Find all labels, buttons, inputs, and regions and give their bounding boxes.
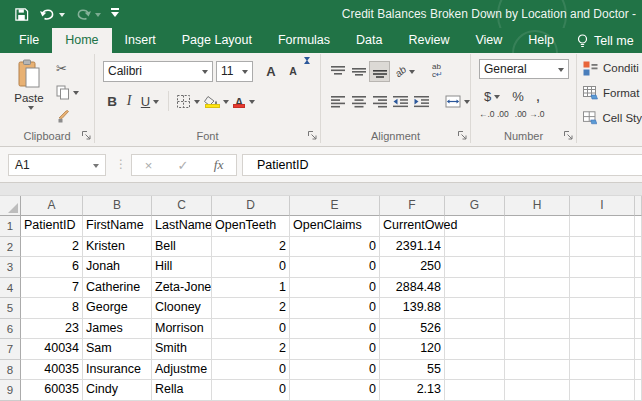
cell-E7[interactable]: 0	[290, 339, 380, 360]
cell-partial-8[interactable]	[635, 360, 642, 381]
cell-F8[interactable]: 55	[380, 360, 445, 381]
tab-review[interactable]: Review	[395, 28, 462, 53]
cell-B1[interactable]: FirstName	[83, 216, 152, 237]
fill-color-dropdown-arrow[interactable]	[223, 100, 229, 107]
cell-G2[interactable]	[445, 237, 505, 258]
decrease-font-size-button[interactable]: A	[282, 60, 304, 82]
cell-B5[interactable]: George	[83, 298, 152, 319]
cell-F6[interactable]: 526	[380, 319, 445, 340]
cell-E5[interactable]: 0	[290, 298, 380, 319]
bottom-align-button[interactable]	[369, 61, 390, 82]
copy-button[interactable]	[56, 84, 79, 100]
cell-D1[interactable]: OpenTeeth	[212, 216, 290, 237]
cell-E4[interactable]: 0	[290, 278, 380, 299]
cell-C9[interactable]: Rella	[152, 380, 212, 401]
row-header-6[interactable]: 6	[0, 319, 21, 340]
comma-style-button[interactable]: ,	[531, 85, 545, 107]
cell-A4[interactable]: 7	[21, 278, 83, 299]
font-size-combobox[interactable]: 11	[216, 61, 253, 82]
cell-C7[interactable]: Smith	[152, 339, 212, 360]
cell-D3[interactable]: 0	[212, 257, 290, 278]
row-header-2[interactable]: 2	[0, 237, 21, 258]
top-align-button[interactable]	[327, 61, 348, 82]
cell-C2[interactable]: Bell	[152, 237, 212, 258]
cell-B7[interactable]: Sam	[83, 339, 152, 360]
column-header-B[interactable]: B	[83, 196, 152, 216]
middle-align-button[interactable]	[348, 61, 369, 82]
tab-view[interactable]: View	[462, 28, 515, 53]
cell-A8[interactable]: 40035	[21, 360, 83, 381]
tab-formulas[interactable]: Formulas	[265, 28, 343, 53]
tab-file[interactable]: File	[6, 28, 52, 53]
cell-G3[interactable]	[445, 257, 505, 278]
increase-font-size-button[interactable]: A	[260, 60, 282, 82]
font-name-combobox[interactable]: Calibri	[103, 61, 213, 82]
cell-A2[interactable]: 2	[21, 237, 83, 258]
cell-G6[interactable]	[445, 319, 505, 340]
cell-I1[interactable]	[570, 216, 635, 237]
cell-C5[interactable]: Clooney	[152, 298, 212, 319]
redo-button[interactable]	[75, 4, 101, 24]
customize-qat-button[interactable]	[111, 4, 119, 24]
cell-B8[interactable]: Insurance	[83, 360, 152, 381]
cell-H8[interactable]	[505, 360, 570, 381]
column-header-A[interactable]: A	[21, 196, 83, 216]
cell-I3[interactable]	[570, 257, 635, 278]
cell-D6[interactable]: 0	[212, 319, 290, 340]
increase-indent-button[interactable]	[411, 91, 432, 112]
cell-partial-5[interactable]	[635, 298, 642, 319]
merge-center-dropdown-arrow[interactable]	[464, 100, 470, 107]
tab-data[interactable]: Data	[343, 28, 395, 53]
borders-button[interactable]	[174, 90, 201, 112]
cell-A1[interactable]: PatientID	[21, 216, 83, 237]
column-header-I[interactable]: I	[570, 196, 635, 216]
cancel-button[interactable]: ×	[145, 158, 153, 173]
cell-A3[interactable]: 6	[21, 257, 83, 278]
undo-dropdown-arrow[interactable]	[59, 13, 65, 20]
cell-H1[interactable]	[505, 216, 570, 237]
cell-E6[interactable]: 0	[290, 319, 380, 340]
cell-H6[interactable]	[505, 319, 570, 340]
cell-I9[interactable]	[570, 380, 635, 401]
column-header-partial[interactable]	[635, 196, 642, 216]
copy-dropdown-arrow[interactable]	[73, 91, 79, 98]
cell-G9[interactable]	[445, 380, 505, 401]
font-dialog-launcher[interactable]	[307, 130, 318, 141]
cell-G5[interactable]	[445, 298, 505, 319]
name-box-dropdown-arrow[interactable]	[93, 164, 99, 171]
cell-F7[interactable]: 120	[380, 339, 445, 360]
percent-style-button[interactable]: %	[507, 85, 529, 107]
cell-styles-button[interactable]: Cell Sty	[583, 107, 642, 129]
cell-partial-2[interactable]	[635, 237, 642, 258]
cell-A7[interactable]: 40034	[21, 339, 83, 360]
wrap-text-button[interactable]: ab c↵	[432, 63, 443, 79]
cell-B2[interactable]: Kristen	[83, 237, 152, 258]
cell-D2[interactable]: 2	[212, 237, 290, 258]
orientation-button[interactable]: ab	[390, 60, 420, 82]
cell-D8[interactable]: 0	[212, 360, 290, 381]
select-all-button[interactable]	[0, 196, 21, 216]
decrease-indent-button[interactable]	[390, 91, 411, 112]
cell-F1[interactable]: CurrentOwed	[380, 216, 445, 237]
row-header-1[interactable]: 1	[0, 216, 21, 237]
column-header-D[interactable]: D	[212, 196, 290, 216]
row-header-4[interactable]: 4	[0, 278, 21, 299]
column-header-C[interactable]: C	[152, 196, 212, 216]
column-header-G[interactable]: G	[445, 196, 505, 216]
align-left-button[interactable]	[327, 91, 348, 112]
cell-H3[interactable]	[505, 257, 570, 278]
cell-H2[interactable]	[505, 237, 570, 258]
cell-partial-1[interactable]	[635, 216, 642, 237]
cell-H9[interactable]	[505, 380, 570, 401]
accounting-dropdown-arrow[interactable]	[494, 95, 500, 102]
cell-H7[interactable]	[505, 339, 570, 360]
cell-E1[interactable]: OpenClaims	[290, 216, 380, 237]
undo-button[interactable]	[39, 4, 65, 24]
merge-center-button[interactable]	[440, 90, 474, 112]
align-center-button[interactable]	[348, 91, 369, 112]
format-painter-button[interactable]	[56, 108, 79, 124]
cell-I5[interactable]	[570, 298, 635, 319]
cell-A5[interactable]: 8	[21, 298, 83, 319]
cell-C6[interactable]: Morrison	[152, 319, 212, 340]
cell-I4[interactable]	[570, 278, 635, 299]
